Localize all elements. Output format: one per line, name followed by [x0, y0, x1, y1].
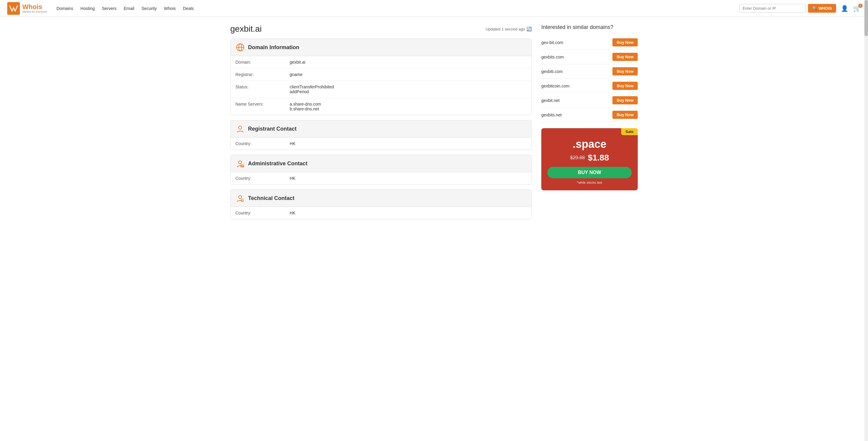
- logo-text: Whois Identity for everyone: [22, 4, 47, 13]
- cart-button[interactable]: 🛒 0: [853, 5, 861, 12]
- field-value: clientTransferProhibitedaddPeriod: [285, 81, 531, 98]
- domain-icon: [236, 42, 245, 52]
- field-value: HK: [285, 138, 531, 150]
- domain-row: gexbits.net Buy Now: [541, 108, 638, 122]
- svg-point-9: [239, 196, 242, 199]
- whois-btn-label: WHOIS: [818, 6, 832, 10]
- domain-name: gexbitcoin.com: [541, 84, 569, 88]
- field-label: Country:: [230, 207, 285, 219]
- domain-name: gexbiti.com: [541, 69, 563, 74]
- sale-buy-button[interactable]: BUY NOW: [547, 167, 632, 178]
- field-value: gexbit.ai: [285, 56, 531, 68]
- registrant-section: Registrant Contact Country: HK: [230, 120, 532, 150]
- updated-label: Updated 1 second ago: [486, 27, 525, 31]
- new-price: $1.88: [588, 153, 609, 163]
- registrant-icon: [236, 124, 245, 134]
- registrant-header: Registrant Contact: [230, 120, 531, 138]
- similar-domains-list: gex-bit.com Buy Now gexbits.com Buy Now …: [541, 35, 638, 122]
- account-icon: 👤: [841, 5, 848, 12]
- sale-badge: Sale: [621, 128, 638, 135]
- field-value: HK: [285, 207, 531, 219]
- domain-name: gexbits.net: [541, 113, 562, 117]
- domain-row: gexbiti.com Buy Now: [541, 64, 638, 79]
- nav-servers[interactable]: Servers: [102, 6, 116, 11]
- left-panel: gexbit.ai Updated 1 second ago 🔄 Domain …: [230, 24, 532, 224]
- domain-info-table: Domain: gexbit.ai Registrar: gname Statu…: [230, 56, 531, 115]
- technical-table: Country: HK: [230, 207, 531, 219]
- technical-title: Technical Contact: [248, 195, 294, 202]
- buy-now-button[interactable]: Buy Now: [613, 67, 638, 76]
- field-value: HK: [285, 172, 531, 184]
- domain-name: gex-bit.com: [541, 40, 563, 45]
- registrant-title: Registrant Contact: [248, 126, 297, 132]
- table-row: Domain: gexbit.ai: [230, 56, 531, 68]
- buy-now-button[interactable]: Buy Now: [613, 53, 638, 61]
- search-icon: 🔍: [812, 6, 817, 10]
- table-row: Registrar: gname: [230, 68, 531, 81]
- table-row: Country: HK: [230, 172, 531, 184]
- table-row: Country: HK: [230, 138, 531, 150]
- nav-whois[interactable]: Whois: [164, 6, 176, 11]
- logo-area: Whois Identity for everyone: [7, 2, 47, 15]
- nav-security[interactable]: Security: [142, 6, 157, 11]
- logo-icon: [7, 2, 20, 15]
- buy-now-button[interactable]: Buy Now: [613, 96, 638, 105]
- page-title: gexbit.ai: [230, 24, 261, 34]
- technical-header: Technical Contact: [230, 190, 531, 207]
- domain-info-section: Domain Information Domain: gexbit.ai Reg…: [230, 39, 532, 115]
- domain-row: gex-bit.com Buy Now: [541, 35, 638, 50]
- sale-prices: $29.88 $1.88: [547, 153, 632, 163]
- table-row: Country: HK: [230, 207, 531, 219]
- logo-brand: Whois: [22, 4, 47, 10]
- field-label: Registrar:: [230, 68, 285, 81]
- whois-search-button[interactable]: 🔍 WHOIS: [808, 4, 836, 13]
- navbar: Whois Identity for everyone Domains Host…: [0, 0, 868, 17]
- nav-email[interactable]: Email: [124, 6, 134, 11]
- nav-links: Domains Hosting Servers Email Security W…: [57, 6, 739, 11]
- field-label: Status:: [230, 81, 285, 98]
- admin-title: Administrative Contact: [248, 160, 307, 167]
- admin-header: Administrative Contact: [230, 155, 531, 172]
- main-content: gexbit.ai Updated 1 second ago 🔄 Domain …: [223, 17, 645, 224]
- nav-domains[interactable]: Domains: [57, 6, 73, 11]
- domain-row: gexbitcoin.com Buy Now: [541, 79, 638, 93]
- admin-icon: [236, 159, 245, 168]
- nav-icons: 👤 🛒 0: [841, 5, 861, 12]
- buy-now-button[interactable]: Buy Now: [613, 111, 638, 119]
- registrant-table: Country: HK: [230, 138, 531, 150]
- updated-text: Updated 1 second ago 🔄: [486, 27, 532, 31]
- refresh-icon[interactable]: 🔄: [527, 27, 532, 31]
- table-row: Status: clientTransferProhibitedaddPerio…: [230, 81, 531, 98]
- domain-name: gexbits.com: [541, 55, 564, 59]
- nav-deals[interactable]: Deals: [183, 6, 194, 11]
- field-value: a.share-dns.comb.share-dns.net: [285, 98, 531, 115]
- sale-card: Sale .space $29.88 $1.88 BUY NOW *while …: [541, 128, 638, 190]
- admin-table: Country: HK: [230, 172, 531, 184]
- buy-now-button[interactable]: Buy Now: [613, 82, 638, 90]
- account-button[interactable]: 👤: [841, 5, 848, 12]
- sale-tld: .space: [547, 138, 632, 150]
- cart-badge: 0: [858, 4, 863, 8]
- field-value: gname: [285, 68, 531, 81]
- table-row: Name Servers: a.share-dns.comb.share-dns…: [230, 98, 531, 115]
- field-label: Country:: [230, 172, 285, 184]
- buy-now-button[interactable]: Buy Now: [613, 38, 638, 47]
- page-title-row: gexbit.ai Updated 1 second ago 🔄: [230, 24, 532, 34]
- domain-name: gexbit.net: [541, 98, 560, 103]
- domain-info-title: Domain Information: [248, 45, 299, 51]
- nav-hosting[interactable]: Hosting: [81, 6, 95, 11]
- field-label: Country:: [230, 138, 285, 150]
- field-label: Domain:: [230, 56, 285, 68]
- domain-info-header: Domain Information: [230, 39, 531, 56]
- right-panel: Interested in similar domains? gex-bit.c…: [541, 24, 638, 224]
- domain-row: gexbit.net Buy Now: [541, 93, 638, 108]
- admin-section: Administrative Contact Country: HK: [230, 155, 532, 185]
- field-label: Name Servers:: [230, 98, 285, 115]
- logo-tagline: Identity for everyone: [22, 10, 47, 13]
- scrollbar-thumb: [864, 0, 868, 36]
- technical-section: Technical Contact Country: HK: [230, 189, 532, 219]
- search-area: 🔍 WHOIS: [739, 4, 836, 13]
- search-input[interactable]: [739, 4, 806, 13]
- scrollbar[interactable]: [864, 0, 868, 224]
- old-price: $29.88: [570, 155, 585, 160]
